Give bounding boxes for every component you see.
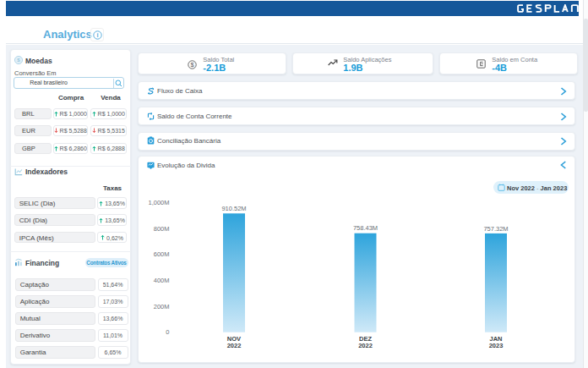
svg-text:2022: 2022 (358, 342, 373, 349)
svg-text:0: 0 (166, 328, 169, 336)
svg-text:200M: 200M (154, 303, 170, 310)
svg-text:757.32M: 757.32M (483, 225, 508, 233)
svg-text:800M: 800M (154, 225, 170, 233)
svg-text:2023: 2023 (489, 342, 504, 349)
svg-text:1,000M: 1,000M (148, 199, 169, 206)
svg-text:400M: 400M (154, 277, 170, 284)
svg-text:i: i (96, 31, 98, 39)
svg-text:910.52M: 910.52M (221, 205, 246, 212)
svg-text:2022: 2022 (227, 342, 242, 349)
svg-text:758.43M: 758.43M (353, 224, 378, 232)
svg-text:$: $ (190, 61, 194, 69)
svg-text:600M: 600M (154, 250, 170, 258)
